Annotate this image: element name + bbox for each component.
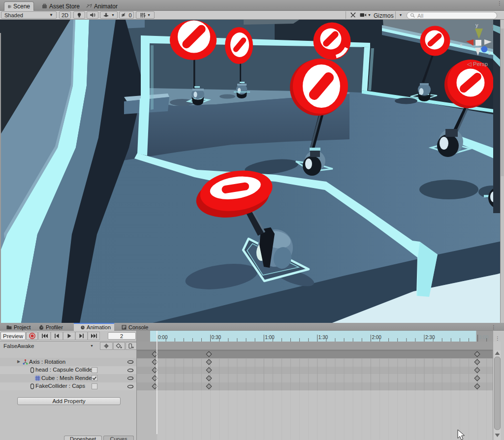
svg-text:1:30: 1:30 [318,335,328,340]
svg-text:3:00: 3:00 [479,335,489,340]
svg-text:x: x [460,42,463,48]
svg-text:◁ Persp: ◁ Persp [467,61,488,67]
svg-text:1:00: 1:00 [265,335,275,340]
svg-text:2:00: 2:00 [372,335,381,340]
svg-text:⋮: ⋮ [495,336,500,341]
svg-text:0:30: 0:30 [212,335,221,340]
svg-text:0:00: 0:00 [158,335,168,340]
svg-text:z: z [488,50,491,56]
svg-text:y: y [475,22,478,28]
svg-text:2:30: 2:30 [425,335,435,340]
